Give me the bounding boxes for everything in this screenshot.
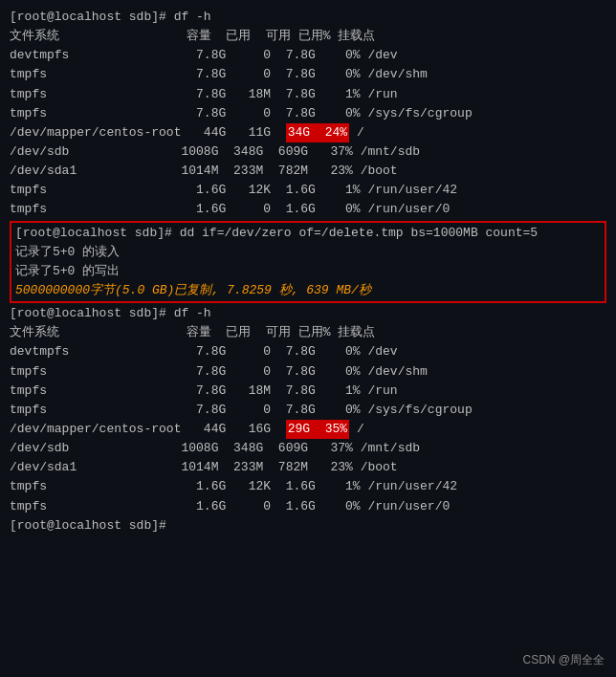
- df-table-1: 文件系统 容量 已用 可用 已用% 挂载点 devtmpfs 7.8G 0 7.…: [10, 27, 606, 219]
- table-row: /dev/sdb 1008G 348G 609G 37% /mnt/sdb: [10, 439, 606, 458]
- cmd-1: df -h: [166, 8, 211, 27]
- table-row: tmpfs 7.8G 18M 7.8G 1% /run: [10, 382, 606, 401]
- dd-output-2: 记录了5+0 的写出: [15, 262, 601, 281]
- highlight-cell-1: 34G 24%: [286, 123, 349, 142]
- df-header-2: 文件系统 容量 已用 可用 已用% 挂载点: [10, 323, 606, 342]
- dd-prompt: [root@localhost sdb]#: [15, 224, 172, 243]
- table-row: tmpfs 7.8G 0 7.8G 0% /sys/fs/cgroup: [10, 104, 606, 123]
- table-row: tmpfs 1.6G 0 1.6G 0% /run/user/0: [10, 497, 606, 516]
- table-row: /dev/sda1 1014M 233M 782M 23% /boot: [10, 458, 606, 477]
- table-row-highlight-2: /dev/mapper/centos-root 44G 16G 29G 35% …: [10, 420, 606, 439]
- dd-command-line: [root@localhost sdb]# dd if=/dev/zero of…: [15, 224, 601, 243]
- highlight-cell-2: 29G 35%: [286, 420, 349, 439]
- table-row: tmpfs 7.8G 0 7.8G 0% /dev/shm: [10, 65, 606, 84]
- df-table-2: 文件系统 容量 已用 可用 已用% 挂载点 devtmpfs 7.8G 0 7.…: [10, 323, 606, 515]
- table-row: tmpfs 1.6G 0 1.6G 0% /run/user/0: [10, 200, 606, 219]
- table-row: tmpfs 7.8G 18M 7.8G 1% /run: [10, 85, 606, 104]
- table-row-highlight-1: /dev/mapper/centos-root 44G 11G 34G 24% …: [10, 123, 606, 142]
- table-row: tmpfs 1.6G 12K 1.6G 1% /run/user/42: [10, 477, 606, 496]
- table-row: /dev/sda1 1014M 233M 782M 23% /boot: [10, 162, 606, 181]
- table-row: /dev/sdb 1008G 348G 609G 37% /mnt/sdb: [10, 142, 606, 162]
- table-row: devtmpfs 7.8G 0 7.8G 0% /dev: [10, 46, 606, 65]
- dd-command-block: [root@localhost sdb]# dd if=/dev/zero of…: [10, 221, 606, 304]
- command-line-1: [root@localhost sdb]# df -h: [10, 8, 606, 27]
- final-prompt: [root@localhost sdb]#: [10, 516, 166, 535]
- watermark: CSDN @周全全: [522, 651, 605, 669]
- dd-result-line: 5000000000字节(5.0 GB)已复制, 7.8259 秒, 639 M…: [15, 281, 601, 300]
- prompt-1: [root@localhost sdb]#: [10, 8, 166, 27]
- cmd-2: df -h: [166, 304, 211, 323]
- table-row: devtmpfs 7.8G 0 7.8G 0% /dev: [10, 342, 606, 361]
- prompt-2: [root@localhost sdb]#: [10, 304, 166, 323]
- table-row: tmpfs 7.8G 0 7.8G 0% /dev/shm: [10, 362, 606, 382]
- df-header-1: 文件系统 容量 已用 可用 已用% 挂载点: [10, 27, 606, 46]
- command-line-2: [root@localhost sdb]# df -h: [10, 304, 606, 323]
- final-prompt-line: [root@localhost sdb]#: [10, 516, 606, 535]
- table-row: tmpfs 1.6G 12K 1.6G 1% /run/user/42: [10, 181, 606, 200]
- table-row: tmpfs 7.8G 0 7.8G 0% /sys/fs/cgroup: [10, 401, 606, 420]
- terminal-window: [root@localhost sdb]# df -h 文件系统 容量 已用 可…: [0, 0, 616, 677]
- dd-cmd: dd if=/dev/zero of=/delete.tmp bs=1000MB…: [172, 224, 538, 243]
- dd-output-1: 记录了5+0 的读入: [15, 243, 601, 262]
